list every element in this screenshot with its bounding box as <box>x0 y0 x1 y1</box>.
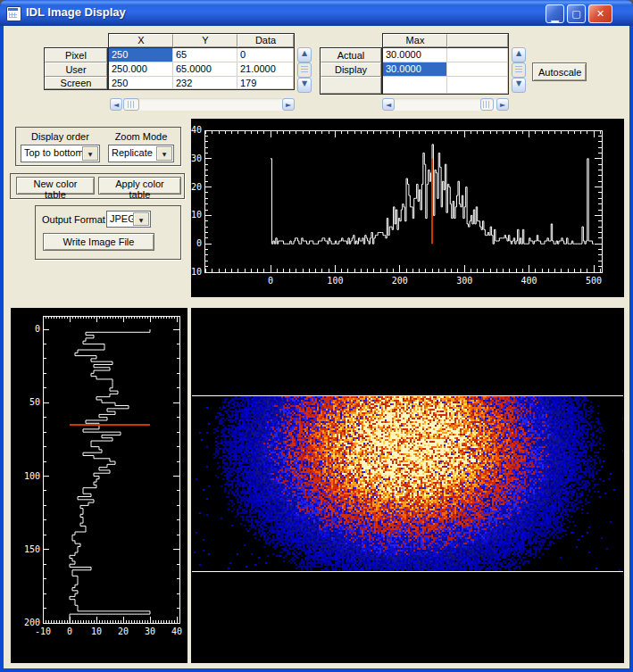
minimize-button[interactable]: ▁ <box>546 4 564 23</box>
close-icon: ✕ <box>589 5 612 22</box>
svg-text:0: 0 <box>268 276 273 286</box>
column-header-blank[interactable] <box>447 34 508 47</box>
svg-text:200: 200 <box>24 618 40 627</box>
cell-pixel-y[interactable]: 65 <box>173 48 237 62</box>
cell-pixel-data[interactable]: 0 <box>237 48 294 62</box>
svg-text:100: 100 <box>24 471 40 481</box>
zoom-mode-select[interactable]: Replicate ▼ <box>108 145 174 162</box>
column-profile-plot[interactable]: -10010203040050100150200 <box>11 308 187 663</box>
window-title: IDL Image Display <box>26 5 126 19</box>
write-image-file-button[interactable]: Write Image File <box>43 233 154 251</box>
svg-text:-10: -10 <box>35 626 51 636</box>
display-order-select[interactable]: Top to bottom ▼ <box>21 145 100 162</box>
cell-screen-y[interactable]: 232 <box>173 77 237 89</box>
scroll-down-icon[interactable]: ▼ <box>512 78 526 93</box>
vscroll-thumb[interactable] <box>297 62 312 78</box>
row-header-blank[interactable] <box>321 77 381 94</box>
output-format-label: Output Format <box>42 214 105 225</box>
pixel-table-hscrollbar[interactable]: ◄ ► <box>110 98 295 111</box>
scroll-right-icon[interactable]: ► <box>282 98 295 111</box>
title-bar[interactable]: IDL Image Display ▁ ▢ ✕ <box>0 0 633 26</box>
row-profile-plot[interactable]: 0100200300400500-10010203040 <box>191 119 624 297</box>
svg-text:0: 0 <box>67 626 72 636</box>
row-header-pixel[interactable]: Pixel <box>45 48 107 62</box>
row-header-display[interactable]: Display <box>321 62 381 77</box>
output-format-select[interactable]: JPEG ▼ <box>106 211 151 228</box>
svg-text:200: 200 <box>392 276 408 286</box>
hscroll-thumb[interactable] <box>123 98 139 111</box>
apply-color-table-button[interactable]: Apply color table <box>98 177 181 195</box>
svg-text:100: 100 <box>327 276 343 286</box>
image-top-guide-line <box>192 395 623 396</box>
row-header-actual[interactable]: Actual <box>321 48 381 62</box>
selected-pixel-box <box>395 486 404 496</box>
svg-text:20: 20 <box>191 182 202 192</box>
minimize-icon: ▁ <box>546 5 563 22</box>
scroll-right-icon[interactable]: ► <box>496 98 509 111</box>
svg-text:10: 10 <box>191 210 202 220</box>
max-table-column-headers: Max <box>382 33 509 47</box>
svg-text:20: 20 <box>118 626 129 636</box>
svg-text:150: 150 <box>24 544 40 554</box>
cell-actual-blank[interactable] <box>447 48 508 62</box>
cell-user-data[interactable]: 21.0000 <box>237 62 294 77</box>
svg-text:300: 300 <box>456 276 472 286</box>
svg-text:50: 50 <box>29 397 40 407</box>
svg-text:500: 500 <box>586 276 602 286</box>
max-table-hscrollbar[interactable]: ◄ ► <box>382 98 509 111</box>
cell-actual-max[interactable]: 30.0000 <box>383 48 447 62</box>
svg-text:30: 30 <box>145 626 155 636</box>
image-canvas[interactable] <box>192 396 623 571</box>
new-color-table-button[interactable]: New color table <box>16 177 95 195</box>
cell-blank-1[interactable] <box>383 77 447 94</box>
pixel-table-vscrollbar[interactable]: ▲ ▼ <box>297 47 312 93</box>
svg-text:10: 10 <box>91 626 102 636</box>
hscroll-thumb[interactable] <box>480 98 494 111</box>
autoscale-button[interactable]: Autoscale <box>532 62 587 81</box>
pixel-table-grid: 250 65 0 250.000 65.0000 21.0000 250 232… <box>108 47 295 90</box>
maximize-button[interactable]: ▢ <box>567 4 586 23</box>
cell-screen-x[interactable]: 250 <box>109 77 173 89</box>
row-header-screen[interactable]: Screen <box>45 77 107 89</box>
display-order-label: Display order <box>21 131 100 142</box>
column-header-max[interactable]: Max <box>383 34 447 47</box>
svg-text:30: 30 <box>191 153 202 163</box>
dropdown-arrow-icon[interactable]: ▼ <box>82 146 98 161</box>
vscroll-thumb[interactable] <box>512 62 526 78</box>
cell-display-max[interactable]: 30.0000 <box>383 62 447 77</box>
svg-text:400: 400 <box>521 276 537 286</box>
dropdown-arrow-icon[interactable]: ▼ <box>156 146 172 161</box>
app-icon <box>6 6 21 21</box>
scroll-left-icon[interactable]: ◄ <box>382 98 395 111</box>
pixel-table-column-headers: X Y Data <box>108 33 295 47</box>
zoom-mode-label: Zoom Mode <box>108 131 174 142</box>
scroll-left-icon[interactable]: ◄ <box>110 98 122 111</box>
row-header-user[interactable]: User <box>45 62 107 77</box>
idl-image-display-window: IDL Image Display ▁ ▢ ✕ X Y Data Pixel U… <box>0 0 633 672</box>
pixel-table-row-headers: Pixel User Screen <box>44 47 108 90</box>
close-button[interactable]: ✕ <box>588 4 612 23</box>
column-header-y[interactable]: Y <box>173 34 237 47</box>
image-display-panel[interactable] <box>191 308 624 663</box>
cell-user-y[interactable]: 65.0000 <box>173 62 237 77</box>
max-table-row-headers: Actual Display <box>320 47 382 95</box>
column-header-x[interactable]: X <box>109 34 173 47</box>
scroll-up-icon[interactable]: ▲ <box>512 47 526 62</box>
cell-user-x[interactable]: 250.000 <box>109 62 173 77</box>
column-header-data[interactable]: Data <box>237 34 294 47</box>
cell-blank-2[interactable] <box>447 77 508 94</box>
dropdown-arrow-icon[interactable]: ▼ <box>133 212 149 226</box>
image-bottom-guide-line <box>192 571 623 572</box>
row-profile-svg: 0100200300400500-10010203040 <box>191 119 624 297</box>
cell-screen-data[interactable]: 179 <box>237 77 294 89</box>
zoom-mode-value: Replicate <box>112 147 153 158</box>
column-profile-svg: -10010203040050100150200 <box>11 308 187 663</box>
display-order-value: Top to bottom <box>24 147 84 158</box>
scroll-down-icon[interactable]: ▼ <box>297 78 312 93</box>
scroll-up-icon[interactable]: ▲ <box>297 47 312 62</box>
max-table-grid: 30.0000 30.0000 <box>382 47 509 95</box>
max-table-vscrollbar[interactable]: ▲ ▼ <box>512 47 526 93</box>
svg-text:40: 40 <box>171 626 182 636</box>
cell-display-blank[interactable] <box>447 62 508 77</box>
cell-pixel-x[interactable]: 250 <box>109 48 173 62</box>
